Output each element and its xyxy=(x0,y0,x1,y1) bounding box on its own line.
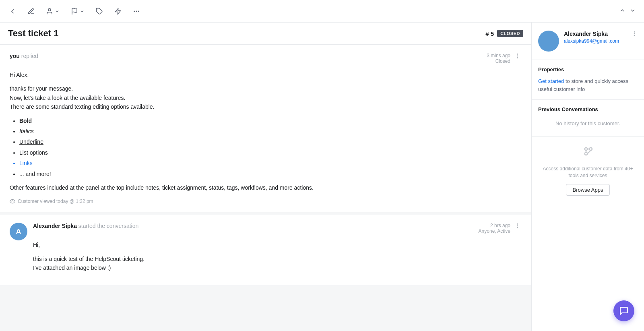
svg-point-15 xyxy=(634,33,634,34)
contact-info: Alexander Sipka alexsipka994@gmail.com xyxy=(564,31,626,44)
message-time-2: 2 hrs ago xyxy=(479,223,510,228)
message-time: 3 mins ago xyxy=(487,53,510,58)
browse-apps-button[interactable]: Browse Apps xyxy=(566,184,610,196)
previous-conversations-section: Previous Conversations No history for th… xyxy=(532,100,644,137)
more-icon xyxy=(133,8,140,15)
body-paragraph-2: this is a quick test of the HelpScout ti… xyxy=(33,254,522,273)
nav-up-button[interactable] xyxy=(617,6,627,17)
assign-icon xyxy=(46,8,53,15)
status-badge: CLOSED xyxy=(497,30,523,37)
message-author-2: Alexander Sipka started the conversation xyxy=(33,223,138,229)
ticket-header: Test ticket 1 # 5 CLOSED xyxy=(0,23,531,45)
right-sidebar: Alexander Sipka alexsipka994@gmail.com P… xyxy=(531,23,644,331)
lightning-icon xyxy=(114,8,122,15)
contact-name: Alexander Sipka xyxy=(564,31,626,37)
body-paragraph: thanks for your message. Now, let's take… xyxy=(10,84,522,111)
more-button[interactable] xyxy=(130,5,142,17)
edit-icon xyxy=(27,8,35,15)
back-icon xyxy=(9,8,16,15)
chat-fab-button[interactable] xyxy=(613,300,634,321)
toolbar xyxy=(0,0,644,23)
customer-avatar: A xyxy=(10,223,27,240)
message-header: you replied 3 mins ago Closed xyxy=(10,53,522,64)
svg-point-9 xyxy=(517,58,518,58)
svg-point-4 xyxy=(134,11,135,12)
contact-avatar xyxy=(538,31,559,52)
message-more-button[interactable] xyxy=(514,53,522,61)
more-dots-icon-2 xyxy=(514,223,521,229)
message-footer: Customer viewed today @ 1:32 pm xyxy=(10,199,522,204)
svg-point-11 xyxy=(517,224,518,224)
svg-line-22 xyxy=(587,150,590,153)
nav-arrows xyxy=(617,6,638,17)
browse-apps-icon xyxy=(580,143,596,161)
flag-button[interactable] xyxy=(68,5,87,17)
svg-point-5 xyxy=(136,11,137,12)
svg-point-7 xyxy=(517,54,518,54)
tag-icon xyxy=(96,8,103,15)
author-action-2: started the conversation xyxy=(78,223,138,229)
svg-point-13 xyxy=(517,228,518,228)
svg-point-14 xyxy=(634,32,634,32)
message-closed-status: Closed xyxy=(487,58,510,64)
chevron-down-icon xyxy=(80,9,85,14)
lightning-button[interactable] xyxy=(112,5,124,17)
message-header-2: Alexander Sipka started the conversation… xyxy=(33,223,522,234)
svg-point-12 xyxy=(517,226,518,226)
main-layout: Test ticket 1 # 5 CLOSED you replied xyxy=(0,23,644,331)
message-time-area: 3 mins ago Closed xyxy=(487,53,522,64)
flag-icon xyxy=(71,8,78,15)
chevron-down-icon xyxy=(55,9,60,14)
message-content: Alexander Sipka started the conversation… xyxy=(33,223,522,277)
svg-point-6 xyxy=(138,11,139,12)
svg-point-16 xyxy=(634,35,634,36)
body-paragraph: Other features included at the panel at … xyxy=(10,183,522,192)
contact-email: alexsipka994@gmail.com xyxy=(564,38,626,44)
viewed-text: Customer viewed today @ 1:32 pm xyxy=(18,199,93,204)
properties-title: Properties xyxy=(538,66,638,72)
message-time-block: 3 mins ago Closed xyxy=(487,53,510,64)
message-block-with-avatar: A Alexander Sipka started the conversati… xyxy=(0,215,531,288)
messages-list: you replied 3 mins ago Closed H xyxy=(0,45,531,331)
ticket-meta: # 5 CLOSED xyxy=(485,30,523,37)
contact-more-button[interactable] xyxy=(631,31,638,39)
get-started-link[interactable]: Get started xyxy=(538,78,564,84)
properties-section: Properties Get started to store and quic… xyxy=(532,60,644,100)
nav-down-button[interactable] xyxy=(628,6,638,17)
back-button[interactable] xyxy=(6,5,19,17)
browse-apps-description: Access additional customer data from 40+… xyxy=(538,166,638,179)
message-anyone-active: Anyone, Active xyxy=(479,228,510,234)
eye-icon xyxy=(10,199,15,204)
svg-point-10 xyxy=(12,201,13,203)
message-more-button-2[interactable] xyxy=(514,223,522,231)
list-item: Italics xyxy=(19,127,522,136)
properties-text: Get started to store and quickly access … xyxy=(538,77,638,93)
ticket-number: # 5 xyxy=(485,30,494,37)
tag-button[interactable] xyxy=(93,5,105,17)
assign-button[interactable] xyxy=(43,5,62,17)
list-item: List options xyxy=(19,148,522,157)
message-body: Hi Alex, thanks for your message. Now, l… xyxy=(10,70,522,192)
conversation-area: Test ticket 1 # 5 CLOSED you replied xyxy=(0,23,531,331)
message-author: you replied xyxy=(10,53,38,59)
contact-more-icon xyxy=(631,31,638,37)
ticket-title: Test ticket 1 xyxy=(8,28,59,39)
svg-point-8 xyxy=(517,56,518,56)
list-item: Bold xyxy=(19,116,522,125)
nav-down-icon xyxy=(630,7,636,14)
previous-conversations-title: Previous Conversations xyxy=(538,106,638,112)
message-time-area-2: 2 hrs ago Anyone, Active xyxy=(479,223,522,234)
body-paragraph-2: Hi, xyxy=(33,240,522,249)
svg-point-0 xyxy=(48,8,51,11)
toolbar-left xyxy=(6,5,617,17)
list-item: Links xyxy=(19,159,522,168)
message-block: you replied 3 mins ago Closed H xyxy=(0,45,531,215)
author-name-2: Alexander Sipka xyxy=(33,223,77,229)
nav-up-icon xyxy=(619,7,625,14)
edit-button[interactable] xyxy=(25,5,37,17)
body-paragraph: Hi Alex, xyxy=(10,70,522,79)
feature-list: Bold Italics Underline List options Link… xyxy=(19,116,522,178)
chat-icon xyxy=(619,306,629,316)
message-time-block-2: 2 hrs ago Anyone, Active xyxy=(479,223,510,234)
more-dots-icon xyxy=(514,53,521,59)
